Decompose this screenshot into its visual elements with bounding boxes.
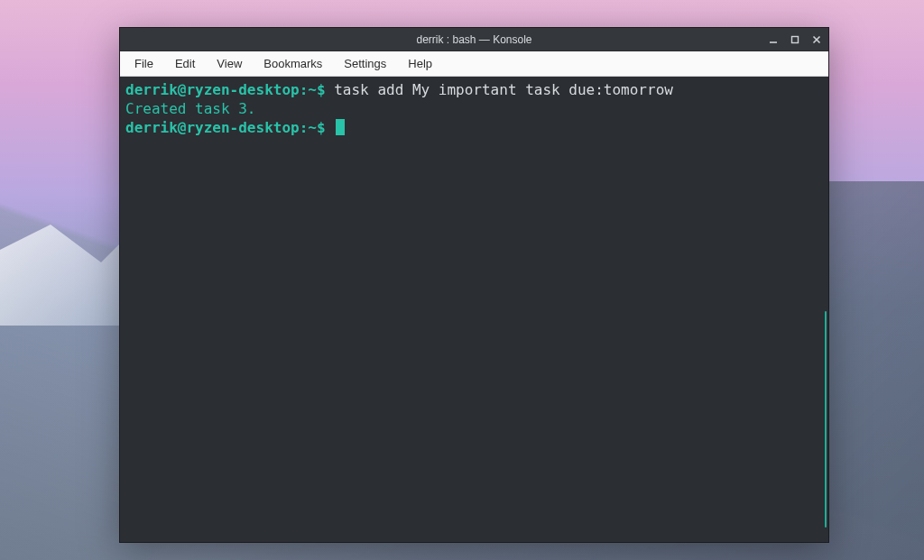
menu-edit[interactable]: Edit	[166, 53, 204, 74]
terminal-output-line: Created task 3.	[125, 99, 821, 118]
command-text: task add My important task due:tomorrow	[334, 81, 673, 98]
prompt-user-host: derrik@ryzen-desktop	[125, 81, 300, 98]
window-titlebar[interactable]: derrik : bash — Konsole	[120, 28, 828, 51]
menubar: File Edit View Bookmarks Settings Help	[120, 51, 828, 77]
terminal-line: derrik@ryzen-desktop:~$ task add My impo…	[125, 80, 821, 99]
prompt-user-host: derrik@ryzen-desktop	[125, 119, 300, 136]
prompt-symbol: $	[317, 81, 326, 98]
prompt-separator: :	[300, 119, 309, 136]
prompt-path: ~	[308, 81, 317, 98]
svg-rect-1	[792, 36, 799, 42]
menu-view[interactable]: View	[208, 53, 251, 74]
menu-file[interactable]: File	[125, 53, 162, 74]
cursor-icon	[336, 119, 345, 135]
prompt-path: ~	[308, 119, 317, 136]
menu-help[interactable]: Help	[399, 53, 441, 74]
prompt-symbol: $	[317, 119, 326, 136]
minimize-button[interactable]	[767, 33, 780, 46]
menu-settings[interactable]: Settings	[335, 53, 395, 74]
scrollbar-indicator[interactable]	[825, 311, 827, 528]
prompt-separator: :	[300, 81, 309, 98]
konsole-window: derrik : bash — Konsole File Edit View B…	[119, 27, 829, 543]
window-controls	[767, 28, 823, 50]
window-title: derrik : bash — Konsole	[416, 33, 531, 46]
close-button[interactable]	[810, 33, 823, 46]
terminal-line: derrik@ryzen-desktop:~$	[125, 118, 821, 137]
terminal-viewport[interactable]: derrik@ryzen-desktop:~$ task add My impo…	[120, 77, 828, 542]
menu-bookmarks[interactable]: Bookmarks	[254, 53, 331, 74]
maximize-button[interactable]	[789, 33, 801, 46]
